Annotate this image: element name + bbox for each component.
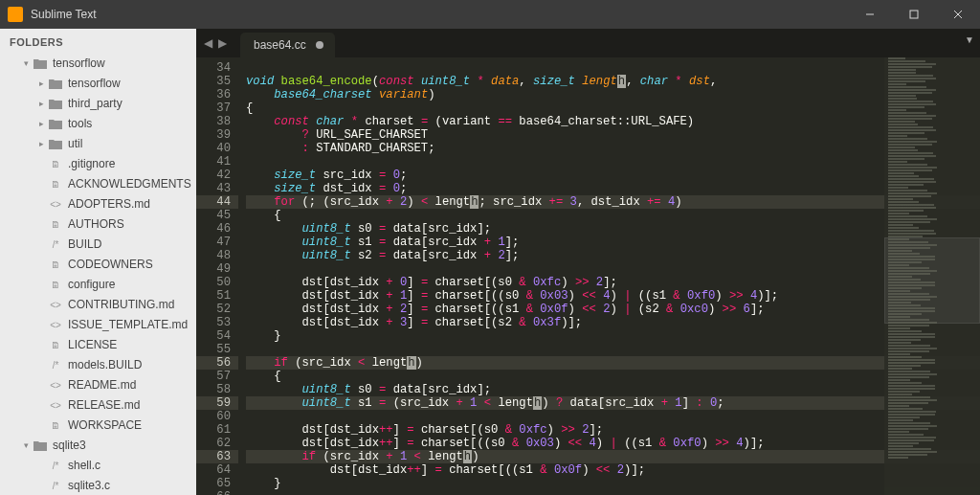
code-line[interactable]: uint8_t s0 = data[src_idx];: [246, 222, 980, 236]
tree-item-label: tools: [68, 116, 92, 132]
file-item-BUILD[interactable]: /*BUILD: [0, 235, 196, 255]
maximize-button[interactable]: [892, 0, 936, 29]
minimize-icon: [865, 10, 875, 19]
tab-label: base64.cc: [254, 38, 306, 52]
file-item-sqlite3.c[interactable]: /*sqlite3.c: [0, 476, 196, 495]
folder-tree: ▾tensorflow▸tensorflow▸third_party▸tools…: [0, 54, 196, 495]
file-item-CONTRIBUTING.md[interactable]: <>CONTRIBUTING.md: [0, 295, 196, 315]
code-line[interactable]: void base64_encode(const uint8_t * data,…: [246, 75, 980, 88]
file-item-CODEOWNERS[interactable]: 🗎CODEOWNERS: [0, 255, 196, 275]
file-item-ADOPTERS.md[interactable]: <>ADOPTERS.md: [0, 194, 196, 214]
disclosure-arrow-icon[interactable]: ▸: [36, 116, 46, 132]
line-number: 61: [196, 423, 231, 437]
disclosure-arrow-icon[interactable]: ▸: [36, 136, 46, 152]
code-line[interactable]: if (src_idx + 1 < length): [246, 450, 980, 463]
line-number: 35: [196, 75, 231, 88]
code-line[interactable]: dst[dst_idx + 1] = charset[((s0 & 0x03) …: [246, 289, 980, 303]
line-number: 39: [196, 128, 231, 142]
nav-forward-icon[interactable]: ▶: [218, 36, 227, 50]
file-item-RELEASE.md[interactable]: <>RELEASE.md: [0, 395, 196, 416]
code-line[interactable]: base64_charset variant): [246, 88, 980, 101]
tree-item-label: WORKSPACE: [68, 417, 142, 434]
maximize-icon: [909, 10, 919, 19]
line-number: 41: [196, 155, 231, 169]
file-item-AUTHORS[interactable]: 🗎AUTHORS: [0, 214, 196, 235]
code-line[interactable]: ? URL_SAFE_CHARSET: [246, 128, 980, 142]
minimap[interactable]: [884, 57, 980, 495]
tab-dropdown-icon[interactable]: ▼: [965, 34, 974, 45]
app-icon: [8, 7, 23, 22]
line-number: 65: [196, 477, 231, 490]
code-line[interactable]: }: [246, 477, 980, 490]
tree-item-label: BUILD: [68, 236, 101, 253]
code-line[interactable]: dst[dst_idx++] = charset[((s0 & 0x03) <<…: [246, 437, 980, 450]
file-item-ACKNOWLEDGMENTS[interactable]: 🗎ACKNOWLEDGMENTS: [0, 174, 196, 194]
code-line[interactable]: [246, 343, 980, 356]
code-line[interactable]: : STANDARD_CHARSET;: [246, 142, 980, 155]
tree-item-label: CONTRIBUTING.md: [68, 297, 174, 313]
line-number: 60: [196, 410, 231, 423]
code-line[interactable]: [246, 61, 980, 75]
line-number: 42: [196, 169, 231, 182]
disclosure-arrow-icon[interactable]: ▸: [36, 96, 46, 112]
tab-bar: ◀ ▶ base64.cc ▼: [196, 29, 980, 57]
code-line[interactable]: uint8_t s2 = data[src_idx + 2];: [246, 249, 980, 262]
code-line[interactable]: uint8_t s1 = (src_idx + 1 < length) ? da…: [246, 396, 980, 410]
code-line[interactable]: for (; (src_idx + 2) < length; src_idx +…: [246, 195, 980, 209]
minimize-button[interactable]: [848, 0, 892, 29]
code-line[interactable]: const char * charset = (variant == base6…: [246, 115, 980, 128]
file-icon: <>: [48, 399, 63, 413]
file-icon: /*: [48, 460, 63, 473]
line-number: 51: [196, 289, 231, 303]
file-item-configure[interactable]: 🗎configure: [0, 275, 196, 295]
tree-item-label: util: [68, 136, 82, 152]
line-number: 64: [196, 463, 231, 477]
code-line[interactable]: uint8_t s1 = data[src_idx + 1];: [246, 236, 980, 249]
folder-item-sqlite3[interactable]: ▾sqlite3: [0, 436, 196, 456]
code-line[interactable]: size_t dst_idx = 0;: [246, 182, 980, 195]
code-line[interactable]: [246, 155, 980, 169]
code-line[interactable]: [246, 490, 980, 495]
file-item-.gitignore[interactable]: 🗎.gitignore: [0, 154, 196, 174]
tab-active[interactable]: base64.cc: [240, 33, 335, 57]
code-line[interactable]: dst[dst_idx++] = charset[((s1 & 0x0f) <<…: [246, 463, 980, 477]
code-line[interactable]: {: [246, 370, 980, 383]
file-item-LICENSE[interactable]: 🗎LICENSE: [0, 335, 196, 355]
code-line[interactable]: if (src_idx < length): [246, 356, 980, 370]
code-line[interactable]: dst[dst_idx++] = charset[(s0 & 0xfc) >> …: [246, 423, 980, 437]
code-line[interactable]: size_t src_idx = 0;: [246, 169, 980, 182]
code-line[interactable]: [246, 262, 980, 276]
folder-item-util[interactable]: ▸util: [0, 134, 196, 154]
folder-item-tensorflow[interactable]: ▸tensorflow: [0, 74, 196, 94]
folder-icon: [33, 57, 48, 71]
code-line[interactable]: dst[dst_idx + 0] = charset[(s0 & 0xfc) >…: [246, 276, 980, 289]
folder-item-third_party[interactable]: ▸third_party: [0, 94, 196, 114]
folder-item-tensorflow[interactable]: ▾tensorflow: [0, 54, 196, 74]
code-area[interactable]: 3435363738394041424344454647484950515253…: [196, 57, 980, 495]
tree-item-label: third_party: [68, 96, 122, 112]
code-line[interactable]: [246, 410, 980, 423]
code-line[interactable]: {: [246, 209, 980, 222]
line-number: 50: [196, 276, 231, 289]
file-icon: /*: [48, 359, 63, 372]
code-line[interactable]: {: [246, 101, 980, 115]
disclosure-arrow-icon[interactable]: ▸: [36, 76, 46, 92]
line-number: 55: [196, 343, 231, 356]
file-item-ISSUE_TEMPLATE.md[interactable]: <>ISSUE_TEMPLATE.md: [0, 315, 196, 335]
disclosure-arrow-icon[interactable]: ▾: [21, 56, 31, 72]
code-line[interactable]: dst[dst_idx + 3] = charset[(s2 & 0x3f)];: [246, 316, 980, 329]
disclosure-arrow-icon[interactable]: ▾: [21, 438, 31, 454]
file-item-README.md[interactable]: <>README.md: [0, 375, 196, 395]
line-number: 58: [196, 383, 231, 396]
folder-item-tools[interactable]: ▸tools: [0, 114, 196, 134]
nav-back-icon[interactable]: ◀: [204, 36, 212, 50]
code-line[interactable]: dst[dst_idx + 2] = charset[((s1 & 0x0f) …: [246, 303, 980, 316]
tree-item-label: README.md: [68, 377, 136, 394]
code-line[interactable]: }: [246, 329, 980, 343]
file-item-models.BUILD[interactable]: /*models.BUILD: [0, 355, 196, 375]
code-content[interactable]: void base64_encode(const uint8_t * data,…: [238, 57, 980, 495]
code-line[interactable]: uint8_t s0 = data[src_idx];: [246, 383, 980, 396]
file-item-shell.c[interactable]: /*shell.c: [0, 456, 196, 476]
file-item-WORKSPACE[interactable]: 🗎WORKSPACE: [0, 416, 196, 436]
close-button[interactable]: [936, 0, 980, 29]
